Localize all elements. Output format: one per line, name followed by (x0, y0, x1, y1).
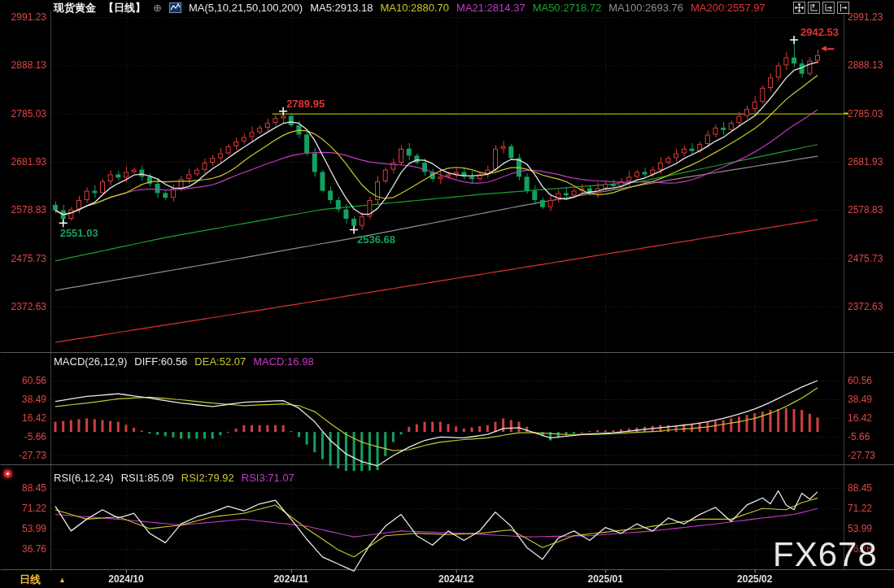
price-axis-label-right: 2888.13 (848, 59, 893, 71)
ma200-readout: MA200:2557.97 (691, 2, 765, 14)
price-annotation: 2942.53 (800, 26, 839, 38)
price-axis-label-left: 2372.63 (0, 301, 46, 312)
macd-header: MACD(26,12,9) DIFF:60.56 DEA:52.07 MACD:… (54, 355, 314, 368)
instrument-title: 现货黄金 (54, 1, 96, 15)
macd-axis-label-left: 16.42 (0, 412, 46, 424)
macd-params-label: MACD(26,12,9) (54, 355, 127, 368)
rsi-axis-label-left: 36.76 (0, 543, 46, 555)
rsi-axis-label-right: 71.22 (848, 503, 893, 514)
price-annotation: 2789.95 (286, 98, 325, 110)
x-axis-label: 2024/10 (100, 573, 152, 585)
circle-plus-icon[interactable]: ⊕ (153, 2, 162, 13)
price-axis-label-right: 2578.83 (848, 204, 893, 216)
watermark: FX678 (773, 535, 878, 574)
price-axis-label-left: 2991.23 (0, 11, 46, 23)
macd-axis-label-right: 16.42 (848, 412, 893, 424)
chart-window: 现货黄金 【日线】 ⊕ MA(5,10,21,50,100,200) MA5:2… (0, 0, 894, 588)
period-selector[interactable]: 日线 ▲ (20, 573, 66, 587)
alert-dot-icon[interactable] (4, 470, 11, 477)
price-axis-label-right: 2475.73 (848, 253, 893, 264)
x-axis-label: 2024/11 (265, 573, 317, 585)
price-axis-label-left: 2785.03 (0, 108, 46, 120)
price-axis-label-left: 2681.93 (0, 156, 46, 168)
price-axis-label-right: 2785.03 (848, 108, 893, 120)
macd-axis-label-right: 60.56 (848, 375, 893, 386)
macd-axis-label-left: 38.49 (0, 394, 46, 405)
rsi-axis-label-right: 88.45 (848, 482, 893, 494)
period-selector-label: 日线 (20, 573, 41, 587)
price-axis-label-right: 2372.63 (848, 301, 893, 312)
rsi-axis-label-left: 53.99 (0, 523, 46, 534)
macd-dea-readout: DEA:52.07 (194, 355, 246, 368)
macd-axis-label-right: -5.66 (848, 431, 893, 442)
macd-axis-label-left: 60.56 (0, 375, 46, 386)
macd-axis-label-left: -5.66 (0, 431, 46, 442)
y-axis-scale-icon[interactable] (808, 2, 820, 14)
period-tag: 【日线】 (103, 1, 146, 15)
chart-toolbar (793, 2, 849, 14)
x-axis-label: 2024/12 (430, 573, 482, 585)
price-axis-label-left: 2475.73 (0, 253, 46, 264)
price-axis-label-left: 2578.83 (0, 204, 46, 216)
x-axis-label: 2025/02 (729, 573, 781, 585)
rsi-axis-label-left: 88.45 (0, 482, 46, 494)
x-axis-label: 2025/01 (579, 573, 631, 585)
price-axis-label-left: 2888.13 (0, 59, 46, 71)
chart-type-icon[interactable] (169, 2, 181, 13)
price-axis-label-right: 2681.93 (848, 156, 893, 168)
rsi-axis-label-left: 71.22 (0, 503, 46, 514)
dropdown-arrow-icon: ▲ (59, 576, 66, 584)
rsi3-readout: RSI3:71.07 (242, 472, 294, 484)
time-axis-bar: 日线 ▲ 2024/102024/112024/122025/012025/02 (0, 569, 894, 588)
pan-right-icon[interactable] (837, 2, 849, 14)
ma50-readout: MA50:2718.72 (533, 2, 602, 14)
alert-dot-core (7, 473, 9, 475)
chart-header: 现货黄金 【日线】 ⊕ MA(5,10,21,50,100,200) MA5:2… (54, 1, 765, 15)
macd-axis-label-left: -27.73 (0, 450, 46, 461)
x-axis-scale-icon[interactable] (822, 2, 835, 14)
price-annotation: 2536.68 (357, 233, 395, 246)
macd-axis-label-right: -27.73 (848, 450, 893, 461)
macd-diff-readout: DIFF:60.56 (134, 355, 187, 368)
ma10-readout: MA10:2880.70 (380, 2, 449, 14)
move-tool-icon[interactable] (793, 2, 805, 14)
macd-axis-label-right: 38.49 (848, 394, 893, 405)
macd-value-readout: MACD:16.98 (253, 355, 313, 368)
ma21-readout: MA21:2814.37 (456, 2, 525, 14)
rsi-axis-label-right: 53.99 (848, 523, 893, 534)
price-annotation: 2551.03 (60, 227, 98, 239)
price-axis-label-right: 2991.23 (848, 11, 893, 23)
ma100-readout: MA100:2693.76 (608, 2, 683, 14)
chart-canvas[interactable] (0, 0, 894, 588)
rsi2-readout: RSI2:79.92 (181, 472, 234, 484)
rsi-params-label: RSI(6,12,24) (54, 472, 114, 484)
ma5-readout: MA5:2913.18 (310, 2, 373, 14)
ma-settings-label: MA(5,10,21,50,100,200) (189, 2, 303, 14)
rsi-header: RSI(6,12,24) RSI1:85.09 RSI2:79.92 RSI3:… (54, 472, 294, 484)
rsi1-readout: RSI1:85.09 (121, 472, 174, 484)
